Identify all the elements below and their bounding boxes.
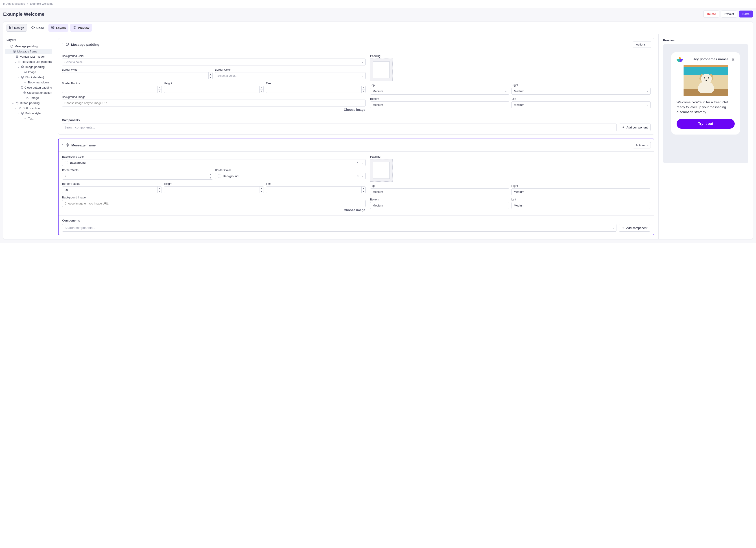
bg-color-select[interactable]: Background ✕ ⌄ xyxy=(62,159,366,166)
breadcrumb-parent[interactable]: In-App Messages xyxy=(3,2,25,5)
border-width-input[interactable] xyxy=(62,72,213,79)
layers-item[interactable]: ⌄Horizontal List (hidden) xyxy=(5,59,52,64)
border-color-select[interactable]: Background ✕ ⌄ xyxy=(215,173,366,179)
layers-item[interactable]: ⌄Block (hidden) xyxy=(5,75,52,80)
collapse-chevron-icon[interactable]: ⌃ xyxy=(62,144,63,147)
bg-color-select[interactable]: Select a color... ⌄ xyxy=(62,59,366,66)
layer-label: Image xyxy=(28,70,36,74)
components-label: Components xyxy=(62,219,650,222)
layers-item[interactable]: ⌄Image padding xyxy=(5,64,52,70)
bg-image-label: Background Image xyxy=(62,96,366,99)
layers-item[interactable]: ⌄Vertical List (hidden) xyxy=(5,54,52,59)
tab-code[interactable]: Code xyxy=(29,24,47,32)
padding-left-select[interactable]: Medium⌄ xyxy=(511,202,650,209)
layers-item[interactable]: Image xyxy=(5,95,52,101)
layer-label: Button padding xyxy=(20,101,39,105)
choose-image-link[interactable]: Choose image xyxy=(62,107,366,112)
layers-item[interactable]: ⌄Message frame xyxy=(5,49,52,54)
border-width-input[interactable] xyxy=(62,173,213,180)
border-width-label: Border Width xyxy=(62,169,213,172)
height-input[interactable] xyxy=(164,86,264,93)
stepper-handle[interactable]: ▲▼ xyxy=(208,72,212,79)
brand-logo-icon xyxy=(677,57,683,62)
chevron-down-icon: ⌄ xyxy=(17,112,20,115)
try-it-out-button[interactable]: Try it out xyxy=(677,119,735,129)
layers-item[interactable]: ⌄Close button padding xyxy=(5,85,52,90)
clear-icon[interactable]: ✕ xyxy=(356,175,360,178)
padding-visual xyxy=(370,59,393,81)
bottom-label: Bottom xyxy=(370,97,509,101)
components-search[interactable]: Search components... ⌄ xyxy=(62,224,616,232)
border-radius-input[interactable] xyxy=(62,186,162,193)
box-icon xyxy=(21,66,24,68)
height-input[interactable] xyxy=(164,186,264,193)
layers-item[interactable]: Image xyxy=(5,70,52,75)
flex-input[interactable] xyxy=(266,186,366,193)
layers-item[interactable]: ⌄Button padding xyxy=(5,101,52,106)
stepper-handle[interactable]: ▲▼ xyxy=(361,187,365,193)
revert-button[interactable]: Revert xyxy=(721,11,737,18)
svg-point-3 xyxy=(74,27,75,28)
bg-image-input[interactable] xyxy=(62,100,366,107)
components-search[interactable]: Search components... ⌄ xyxy=(62,124,617,131)
layers-panel-title: Layers xyxy=(5,37,52,44)
close-icon[interactable]: ✕ xyxy=(731,57,735,62)
layer-label: Message padding xyxy=(15,45,38,48)
message-body: Welcome! You're in for a treat. Get read… xyxy=(677,100,735,114)
choose-image-link[interactable]: Choose image xyxy=(62,207,366,212)
layers-item[interactable]: ⌄Button action xyxy=(5,106,52,111)
padding-right-select[interactable]: Medium⌄ xyxy=(511,88,651,95)
delete-button[interactable]: Delete xyxy=(704,11,719,18)
bg-color-label: Background Color xyxy=(62,155,366,158)
stepper-handle[interactable]: ▲▼ xyxy=(209,173,213,179)
stepper-handle[interactable]: ▲▼ xyxy=(157,86,162,93)
stepper-handle[interactable]: ▲▼ xyxy=(260,187,264,193)
layers-item[interactable]: ⌄Close button action xyxy=(5,90,52,95)
save-button[interactable]: Save xyxy=(739,11,753,18)
bg-image-input[interactable] xyxy=(62,200,366,207)
stepper-handle[interactable]: ▲▼ xyxy=(361,86,365,93)
message-greeting: Hey $properties.name! xyxy=(693,57,728,61)
chevron-down-icon: ⌄ xyxy=(15,107,17,110)
stepper-handle[interactable]: ▲▼ xyxy=(157,187,162,193)
placeholder-text: Select a color... xyxy=(217,74,237,77)
actions-dropdown[interactable]: Actions ⌄ xyxy=(633,142,651,149)
padding-bottom-select[interactable]: Medium⌄ xyxy=(370,101,509,108)
padding-left-select[interactable]: Medium⌄ xyxy=(511,101,651,108)
padding-bottom-select[interactable]: Medium⌄ xyxy=(370,202,509,209)
chevron-down-icon: ⌄ xyxy=(361,175,363,177)
right-label: Right xyxy=(511,184,650,188)
layers-tree: ⌄Message padding⌄Message frame⌄Vertical … xyxy=(5,44,52,121)
clear-icon[interactable]: ✕ xyxy=(356,161,360,164)
padding-right-select[interactable]: Medium⌄ xyxy=(511,188,650,195)
layer-label: Image padding xyxy=(25,65,45,69)
chevron-down-icon: ⌄ xyxy=(15,60,17,63)
card-message-frame: ⌃ Message frame Actions ⌄ Background Col… xyxy=(58,139,654,235)
tab-layers[interactable]: Layers xyxy=(48,24,69,32)
layers-item[interactable]: AaText xyxy=(5,116,52,121)
bg-image-label: Background Image xyxy=(62,196,366,199)
border-radius-input[interactable] xyxy=(62,86,162,93)
actions-dropdown[interactable]: Actions ⌄ xyxy=(633,41,651,48)
layers-item[interactable]: ⌄Message padding xyxy=(5,44,52,49)
select-value: Background xyxy=(223,175,354,178)
tab-design[interactable]: Design xyxy=(7,24,27,32)
add-component-button[interactable]: ＋ Add component xyxy=(619,124,651,131)
tab-preview[interactable]: Preview xyxy=(70,24,92,32)
add-component-button[interactable]: ＋ Add component xyxy=(619,224,650,232)
layers-item[interactable]: ⌄Button style xyxy=(5,111,52,116)
chevron-down-icon: ⌄ xyxy=(12,102,14,105)
breadcrumb: In-App Messages / Example Welcome xyxy=(0,0,756,8)
layers-item[interactable]: AaBody markdown xyxy=(5,80,52,85)
image-icon xyxy=(26,96,30,99)
layer-label: Button action xyxy=(23,107,40,110)
border-color-select[interactable]: Select a color... ⌄ xyxy=(215,72,366,79)
collapse-chevron-icon[interactable]: ⌃ xyxy=(61,43,63,46)
height-label: Height xyxy=(164,82,264,85)
stepper-handle[interactable]: ▲▼ xyxy=(259,86,263,93)
padding-top-select[interactable]: Medium⌄ xyxy=(370,188,509,195)
svg-rect-19 xyxy=(27,97,29,99)
padding-top-select[interactable]: Medium⌄ xyxy=(370,88,509,95)
card-title: Message padding xyxy=(71,43,99,46)
flex-input[interactable] xyxy=(266,86,366,93)
